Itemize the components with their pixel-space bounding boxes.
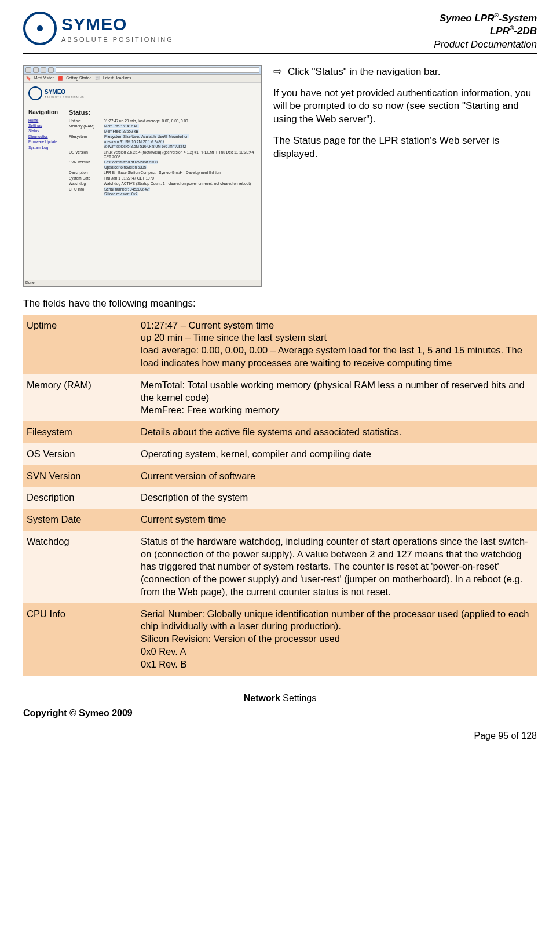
- field-description: Current system time: [137, 509, 537, 531]
- field-label: SVN Version: [23, 465, 137, 487]
- field-description: 01:27:47 – Current system time up 20 min…: [137, 315, 537, 374]
- browser-screenshot: 🔖Most Visited 🟥Getting Started 📰Latest H…: [23, 65, 262, 287]
- ss-logo: SYMEO ABSOLUTE POSITIONING: [24, 83, 261, 104]
- ss-bm-b: Getting Started: [66, 76, 91, 81]
- title-line2-a: LPR: [490, 25, 510, 37]
- ss-logo-sub: ABSOLUTE POSITIONING: [45, 96, 85, 99]
- table-row: OS VersionOperating system, kernel, comp…: [23, 443, 537, 465]
- ss-navigation: Navigation Home Settings Status Diagnost…: [28, 106, 69, 198]
- table-row: DescriptionDescription of the system: [23, 487, 537, 509]
- field-label: OS Version: [23, 443, 137, 465]
- ss-uptime-val: 01:27:47 up 20 min, load average: 0.00, …: [104, 119, 257, 123]
- fields-intro: The fields have the following meanings:: [23, 297, 537, 310]
- footer-section: Network Settings: [23, 690, 537, 705]
- field-description: Current version of software: [137, 465, 537, 487]
- ss-date-lbl: System Date: [69, 176, 104, 181]
- ss-os-lbl: OS Version: [69, 150, 104, 160]
- table-row: CPU InfoSerial Number: Globally unique i…: [23, 603, 537, 676]
- logo-text-sub: ABSOLUTE POSITIONING: [61, 35, 174, 43]
- field-description: Operating system, kernel, compiler and c…: [137, 443, 537, 465]
- ss-svn-l2: Updated to revision 6385: [104, 165, 147, 169]
- ss-uptime-lbl: Uptime: [69, 119, 104, 123]
- ss-mem-total: MemTotal: 61416 kB: [104, 124, 139, 128]
- ss-bookmarks: 🔖Most Visited 🟥Getting Started 📰Latest H…: [24, 75, 261, 83]
- field-label: CPU Info: [23, 603, 137, 676]
- field-label: System Date: [23, 509, 137, 531]
- footer-copyright: Copyright © Symeo 2009: [23, 708, 537, 720]
- ss-mem-free: MemFree: 23652 kB: [104, 129, 139, 133]
- ss-statusbar: Done: [24, 280, 261, 286]
- arrow-icon: ⇨: [273, 65, 282, 78]
- ss-desc-lbl: Description: [69, 170, 104, 175]
- field-description: Serial Number: Globally unique identific…: [137, 603, 537, 676]
- ss-nav-diagnostics: Diagnostics: [28, 134, 69, 139]
- logo-text-main: SYMEO: [61, 13, 174, 35]
- ss-cpu-l2: Silicon revision: 0x7: [104, 192, 138, 196]
- ss-nav-firmware: Firmware Update: [28, 140, 69, 144]
- field-label: Watchdog: [23, 531, 137, 603]
- ss-svn-l1: Last committed at revision 6388: [104, 160, 158, 164]
- ss-fs-lbl: Filesystem: [69, 134, 104, 149]
- field-label: Uptime: [23, 315, 137, 374]
- field-description: Status of the hardware watchdog, includi…: [137, 531, 537, 603]
- footer-section-rest: Settings: [280, 693, 316, 703]
- ss-fs-l2: /dev/mtdblock5 8.5M 516.0k 8.0M 6% /mnt/…: [104, 144, 186, 148]
- ss-bm-c: Latest Headlines: [103, 76, 131, 81]
- ss-nav-syslog: System Log: [28, 145, 69, 150]
- instr-para2: The Status page for the LPR station's We…: [273, 134, 537, 161]
- footer-section-bold: Network: [244, 693, 280, 703]
- title-line3: Product Documentation: [434, 38, 537, 51]
- title-line2-b: -2DB: [514, 25, 537, 37]
- field-label: Memory (RAM): [23, 374, 137, 421]
- ss-date-val: Thu Jan 1 01:27:47 CET 1970: [104, 176, 257, 181]
- logo-icon: [23, 12, 57, 45]
- title-line1-b: -System: [499, 13, 537, 24]
- ss-logo-main: SYMEO: [45, 88, 85, 96]
- ss-wd-val: Watchdog ACTIVE (Startup-Count: 1 - clea…: [104, 181, 257, 186]
- ss-mem-lbl: Memory (RAM): [69, 124, 104, 134]
- field-label: Filesystem: [23, 421, 137, 443]
- table-row: FilesystemDetails about the active file …: [23, 421, 537, 443]
- table-row: Uptime01:27:47 – Current system time up …: [23, 315, 537, 374]
- logo: SYMEO ABSOLUTE POSITIONING: [23, 12, 174, 45]
- ss-nav-home: Home: [28, 118, 69, 123]
- ss-status: Status: Uptime01:27:47 up 20 min, load a…: [69, 106, 257, 198]
- instr-para1: If you have not yet provided authenticat…: [273, 87, 537, 127]
- table-row: Memory (RAM)MemTotal: Total usable worki…: [23, 374, 537, 421]
- ss-wd-lbl: Watchdog: [69, 181, 104, 186]
- instr-click-status: Click "Status" in the navigation bar.: [288, 65, 440, 79]
- ss-os-val: Linux version 2.6.26.4 (root@vela) (gcc …: [104, 150, 257, 160]
- ss-nav-header: Navigation: [28, 108, 69, 116]
- ss-cpu-l1: Serial number: 045200d42f: [104, 187, 150, 191]
- ss-svn-lbl: SVN Version: [69, 160, 104, 170]
- field-description: MemTotal: Total usable working memory (p…: [137, 374, 537, 421]
- ss-toolbar: [24, 66, 261, 75]
- ss-desc-val: LPR-B - Base Station Compact - Symeo Gmb…: [104, 170, 257, 175]
- ss-fs-hdr: Filesystem Size Used Available Use% Moun…: [104, 134, 189, 138]
- instruction-text: ⇨Click "Status" in the navigation bar. I…: [273, 65, 537, 287]
- footer-page: Page 95 of 128: [23, 730, 537, 742]
- ss-status-header: Status:: [69, 108, 257, 116]
- doc-title: Symeo LPR®-System LPR®-2DB Product Docum…: [434, 12, 537, 51]
- ss-fs-l1: /dev/ram 31.9M 10.2M 20.1M 34% /: [104, 140, 164, 144]
- table-row: SVN VersionCurrent version of software: [23, 465, 537, 487]
- table-row: WatchdogStatus of the hardware watchdog,…: [23, 531, 537, 603]
- ss-nav-settings: Settings: [28, 123, 69, 128]
- table-row: System DateCurrent system time: [23, 509, 537, 531]
- ss-nav-status: Status: [28, 129, 69, 133]
- ss-bm-a: Most Visited: [34, 76, 54, 81]
- field-description: Description of the system: [137, 487, 537, 509]
- field-description: Details about the active file systems an…: [137, 421, 537, 443]
- title-line1-a: Symeo LPR: [440, 13, 494, 24]
- field-label: Description: [23, 487, 137, 509]
- fields-table: Uptime01:27:47 – Current system time up …: [23, 315, 537, 676]
- page-header: SYMEO ABSOLUTE POSITIONING Symeo LPR®-Sy…: [23, 12, 537, 54]
- ss-cpu-lbl: CPU Info: [69, 187, 104, 197]
